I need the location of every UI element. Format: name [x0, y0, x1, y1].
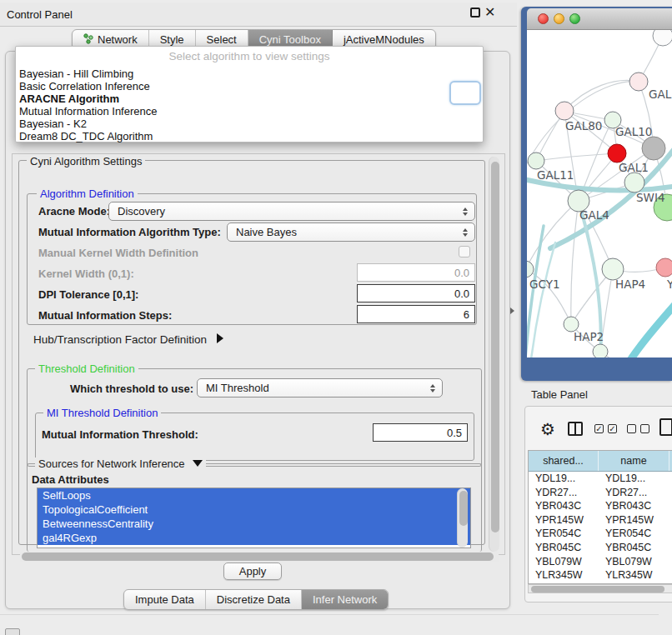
network-window: GAL80GAL10GAL1GAL11SWI4GAL4GALGCY1HAP4YH…: [521, 7, 672, 381]
tab-infer-network[interactable]: Infer Network: [302, 590, 388, 609]
threshold-definition-title: Threshold Definition: [35, 362, 138, 375]
hub-section-toggle[interactable]: Hub/Transcription Factor Definition: [33, 333, 223, 346]
attribute-item-gal4rgexp[interactable]: gal4RGexp: [38, 531, 470, 545]
tab-label: Style: [160, 33, 184, 46]
network-window-titlebar[interactable]: [527, 8, 672, 30]
mi-steps-input[interactable]: 6: [357, 305, 475, 323]
algorithm-option-bayesian-hill-climbing[interactable]: Bayesian - Hill Climbing: [19, 68, 479, 81]
table-cell: YPR145W: [599, 513, 669, 528]
network-node[interactable]: [593, 344, 608, 358]
network-edge[interactable]: [564, 80, 639, 111]
table-horizontal-scrollbar[interactable]: [528, 584, 672, 593]
attribute-item-betweennesscentrality[interactable]: BetweennessCentrality: [38, 517, 470, 531]
column-header-name[interactable]: name: [599, 451, 669, 471]
network-edge[interactable]: [615, 297, 672, 358]
network-canvas[interactable]: GAL80GAL10GAL1GAL11SWI4GAL4GALGCY1HAP4YH…: [527, 30, 672, 358]
network-node[interactable]: [624, 172, 644, 192]
algorithm-option-dream8-dc-tdc-algorithm[interactable]: Dream8 DC_TDC Algorithm: [19, 131, 479, 143]
algorithm-option-basic-correlation-inference[interactable]: Basic Correlation Inference: [19, 81, 479, 93]
select-all-checkbox-icon[interactable]: ✓: [594, 424, 604, 433]
minimize-traffic-light[interactable]: [554, 13, 564, 24]
network-edge[interactable]: [536, 153, 617, 161]
close-traffic-light[interactable]: [538, 13, 549, 24]
table-row[interactable]: YDR27...YDR27...12: [529, 486, 672, 500]
minimized-panel-button[interactable]: [5, 628, 20, 635]
network-node[interactable]: [555, 102, 574, 120]
aracne-mode-select[interactable]: Discovery: [108, 202, 475, 221]
network-edge[interactable]: [571, 201, 579, 324]
sources-toggle[interactable]: Sources for Network Inference: [35, 458, 206, 470]
table-row[interactable]: YER054CYER054C8.: [529, 527, 672, 541]
settings-horizontal-scrollbar[interactable]: [20, 552, 499, 562]
tab-label: Network: [98, 33, 138, 46]
algorithm-option-mutual-information-inference[interactable]: Mutual Information Inference: [19, 106, 479, 118]
table-row[interactable]: YBL079WYBL079W: [529, 555, 672, 569]
column-header-shared[interactable]: shared...: [529, 451, 599, 471]
kernel-width-input[interactable]: 0.0: [357, 263, 475, 282]
popup-focus-button[interactable]: [449, 81, 481, 105]
mi-threshold-input[interactable]: 0.5: [373, 423, 468, 442]
node-table[interactable]: shared...name YDL19...YDL19...13YDR27...…: [528, 450, 672, 584]
gear-icon[interactable]: ⚙: [540, 419, 555, 439]
tab-label: Discretize Data: [217, 593, 290, 606]
table-body: YDL19...YDL19...13YDR27...YDR27...12YBR0…: [529, 472, 672, 584]
node-label-gal: GAL: [649, 88, 672, 101]
node-label-gal4: GAL4: [579, 208, 609, 222]
manual-kernel-checkbox[interactable]: [459, 246, 470, 258]
table-row[interactable]: YPR145WYPR145W9.: [529, 513, 672, 528]
dpi-tolerance-input[interactable]: 0.0: [357, 284, 475, 302]
columns-icon[interactable]: [568, 422, 583, 436]
data-attributes-label: Data Attributes: [32, 473, 109, 486]
algorithm-option-bayesian-k2[interactable]: Bayesian - K2: [19, 118, 479, 131]
network-node[interactable]: [629, 72, 648, 91]
table-cell: YDR27...: [529, 486, 599, 500]
data-attributes-list[interactable]: SelfLoopsTopologicalCoefficientBetweenne…: [37, 488, 471, 548]
which-threshold-select[interactable]: MI Threshold: [197, 378, 443, 398]
float-window-icon[interactable]: [470, 8, 480, 18]
attribute-item-topologicalcoefficient[interactable]: TopologicalCoefficient: [38, 502, 470, 517]
mi-type-select[interactable]: Naive Bayes: [227, 222, 475, 242]
export-file-icon[interactable]: [659, 418, 672, 436]
table-panel-toolbar: ⚙ ✓ ✓: [524, 413, 672, 447]
algorithm-definition-title: Algorithm Definition: [37, 188, 138, 200]
which-threshold-value: MI Threshold: [206, 382, 269, 394]
tab-label: Select: [207, 33, 237, 46]
deselect-all-checkbox-icon[interactable]: [640, 424, 649, 433]
table-cell: YER054C: [599, 527, 669, 541]
close-icon[interactable]: ✕: [484, 4, 495, 20]
attributes-scrollbar[interactable]: [457, 488, 468, 548]
table-cell: YDL19...: [529, 472, 599, 486]
tab-label: Infer Network: [313, 593, 377, 606]
network-node[interactable]: [528, 152, 544, 169]
tab-discretize-data[interactable]: Discretize Data: [206, 590, 302, 609]
algorithm-popup: Select algorithm to view settings Bayesi…: [15, 46, 484, 142]
expand-right-icon: [217, 333, 223, 343]
table-cell: YDL19...: [599, 472, 669, 486]
apply-button[interactable]: Apply: [223, 562, 282, 580]
bottom-tab-strip: Impute DataDiscretize DataInfer Network: [123, 589, 389, 610]
algorithm-option-aracne-algorithm[interactable]: ARACNE Algorithm: [19, 93, 479, 106]
settings-vertical-scrollbar[interactable]: [489, 157, 499, 552]
tab-impute-data[interactable]: Impute Data: [124, 590, 206, 609]
network-node[interactable]: [653, 30, 672, 46]
mi-threshold-title: MI Threshold Definition: [43, 407, 161, 419]
table-row[interactable]: YBR045CYBR045C9.: [529, 541, 672, 555]
table-row[interactable]: YLR345WYLR345W9.: [529, 568, 672, 582]
tab-label: Impute Data: [135, 593, 194, 606]
splitter-handle[interactable]: [510, 308, 514, 314]
algorithm-popup-placeholder: Select algorithm to view settings: [16, 50, 483, 62]
deselect-all-checkbox-icon[interactable]: [627, 424, 636, 433]
table-cell: YPR145W: [529, 513, 599, 528]
aracne-mode-value: Discovery: [118, 205, 165, 218]
algorithm-popup-list: Bayesian - Hill ClimbingBasic Correlatio…: [19, 68, 479, 142]
network-node[interactable]: [656, 258, 672, 277]
network-node[interactable]: [642, 137, 665, 160]
table-row[interactable]: YDL19...YDL19...13: [529, 472, 672, 486]
attribute-item-selfloops[interactable]: SelfLoops: [38, 488, 470, 502]
table-row[interactable]: YBR043CYBR043C: [529, 499, 672, 513]
select-all-checkbox-icon[interactable]: ✓: [608, 424, 617, 433]
zoom-traffic-light[interactable]: [569, 13, 580, 24]
network-node[interactable]: [608, 144, 626, 162]
mi-type-value: Naive Bayes: [236, 226, 297, 238]
network-node[interactable]: [527, 261, 534, 278]
